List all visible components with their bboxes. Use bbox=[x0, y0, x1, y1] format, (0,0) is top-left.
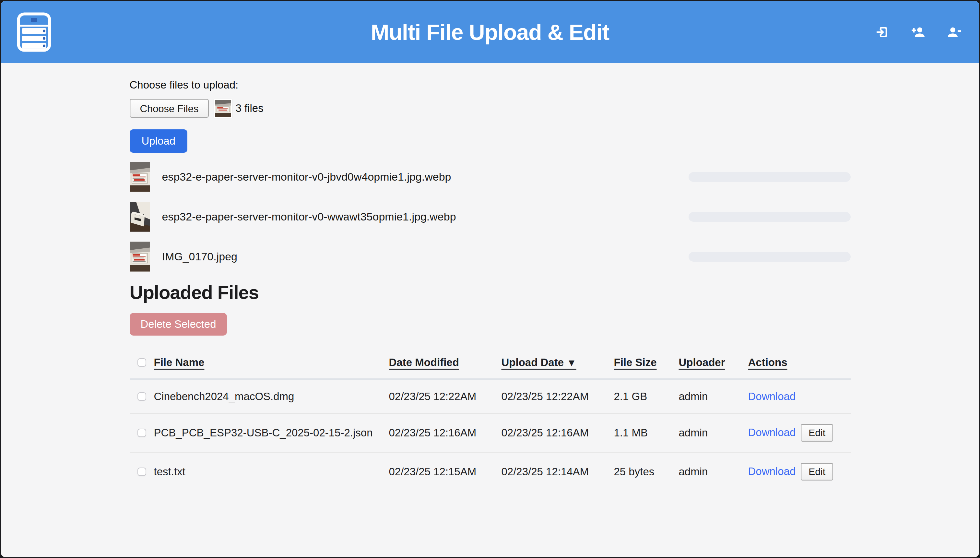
edit-button[interactable]: Edit bbox=[801, 424, 833, 441]
pending-file-row: esp32-e-paper-server-monitor-v0-jbvd0w4o… bbox=[129, 162, 851, 192]
date-modified-cell: 02/23/25 12:16AM bbox=[389, 414, 501, 452]
pending-files-list: esp32-e-paper-server-monitor-v0-jbvd0w4o… bbox=[129, 162, 851, 272]
file-name-cell: Cinebench2024_macOS.dmg bbox=[154, 379, 389, 414]
actions-cell: Download bbox=[748, 379, 851, 414]
sort-descending-icon: ▼ bbox=[567, 357, 577, 368]
select-all-checkbox[interactable] bbox=[138, 358, 146, 367]
date-modified-cell: 02/23/25 12:15AM bbox=[389, 452, 501, 491]
file-size-cell: 25 bytes bbox=[614, 452, 679, 491]
table-row: PCB_PCB_ESP32-USB-C_2025-02-15-2.json 02… bbox=[129, 414, 851, 452]
page-title: Multi File Upload & Edit bbox=[1, 1, 979, 63]
file-thumbnail bbox=[129, 162, 150, 192]
selected-files-thumbnail bbox=[214, 99, 232, 118]
app-header: Multi File Upload & Edit bbox=[1, 1, 979, 63]
pending-file-row: IMG_0170.jpeg bbox=[129, 241, 851, 272]
upload-date-cell: 02/23/25 12:22AM bbox=[501, 379, 614, 414]
file-input-row: Choose Files 3 files bbox=[129, 99, 851, 118]
select-file-checkbox[interactable] bbox=[138, 392, 146, 401]
table-row: Cinebench2024_macOS.dmg 02/23/25 12:22AM… bbox=[129, 379, 851, 414]
person-remove-icon[interactable] bbox=[947, 24, 962, 40]
upload-progress-bar bbox=[688, 252, 851, 262]
column-header-file-size[interactable]: File Size bbox=[614, 348, 679, 379]
pending-file-name: esp32-e-paper-server-monitor-v0-jbvd0w4o… bbox=[162, 171, 451, 183]
table-header-row: File Name Date Modified Upload Date ▼ Fi… bbox=[129, 348, 851, 379]
select-file-checkbox[interactable] bbox=[138, 428, 146, 437]
uploaded-files-heading: Uploaded Files bbox=[129, 281, 851, 303]
login-icon[interactable] bbox=[874, 24, 890, 40]
person-add-icon[interactable] bbox=[910, 24, 926, 40]
column-header-upload-date[interactable]: Upload Date ▼ bbox=[501, 348, 614, 379]
column-header-file-name[interactable]: File Name bbox=[154, 348, 389, 379]
column-header-uploader[interactable]: Uploader bbox=[679, 348, 748, 379]
download-link[interactable]: Download bbox=[748, 427, 796, 438]
select-file-checkbox[interactable] bbox=[138, 468, 146, 476]
selected-files-count: 3 files bbox=[235, 102, 263, 115]
file-thumbnail bbox=[129, 241, 150, 272]
column-header-actions[interactable]: Actions bbox=[748, 348, 851, 379]
actions-cell: DownloadEdit bbox=[748, 452, 851, 491]
download-link[interactable]: Download bbox=[748, 391, 796, 402]
delete-selected-button[interactable]: Delete Selected bbox=[129, 313, 227, 336]
main-content: Choose files to upload: Choose Files 3 f… bbox=[129, 79, 851, 491]
file-name-cell: test.txt bbox=[154, 452, 389, 491]
file-thumbnail bbox=[129, 202, 150, 232]
upload-progress-bar bbox=[688, 172, 851, 182]
edit-button[interactable]: Edit bbox=[801, 463, 833, 481]
uploaded-files-table: File Name Date Modified Upload Date ▼ Fi… bbox=[129, 348, 851, 491]
uploader-cell: admin bbox=[679, 379, 748, 414]
download-link[interactable]: Download bbox=[748, 465, 796, 477]
header-actions bbox=[874, 1, 962, 63]
date-modified-cell: 02/23/25 12:22AM bbox=[389, 379, 501, 414]
upload-button[interactable]: Upload bbox=[129, 130, 188, 153]
choose-files-label: Choose files to upload: bbox=[129, 79, 851, 91]
table-row: test.txt 02/23/25 12:15AM 02/23/25 12:14… bbox=[129, 452, 851, 491]
upload-progress-bar bbox=[688, 212, 851, 222]
choose-files-button[interactable]: Choose Files bbox=[129, 99, 209, 118]
file-size-cell: 2.1 GB bbox=[614, 379, 679, 414]
upload-date-cell: 02/23/25 12:16AM bbox=[501, 414, 614, 452]
upload-date-cell: 02/23/25 12:14AM bbox=[501, 452, 614, 491]
app-window: Multi File Upload & Edit Choose files to… bbox=[0, 0, 980, 558]
pending-file-row: esp32-e-paper-server-monitor-v0-wwawt35o… bbox=[129, 202, 851, 232]
column-header-date-modified[interactable]: Date Modified bbox=[389, 348, 501, 379]
uploader-cell: admin bbox=[679, 452, 748, 491]
pending-file-name: IMG_0170.jpeg bbox=[162, 250, 238, 263]
uploader-cell: admin bbox=[679, 414, 748, 452]
file-name-cell: PCB_PCB_ESP32-USB-C_2025-02-15-2.json bbox=[154, 414, 389, 452]
pending-file-name: esp32-e-paper-server-monitor-v0-wwawt35o… bbox=[162, 210, 456, 223]
file-size-cell: 1.1 MB bbox=[614, 414, 679, 452]
actions-cell: DownloadEdit bbox=[748, 414, 851, 452]
